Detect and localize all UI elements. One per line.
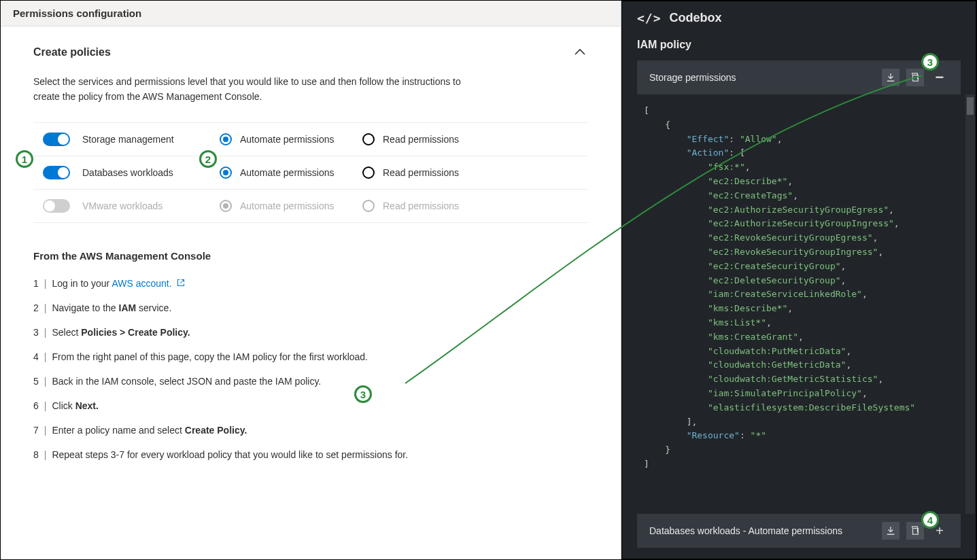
callout-badge-2: 2 [199,150,217,168]
service-toggle[interactable] [43,166,70,179]
callout-badge-3b: 3 [921,53,939,71]
service-name: Storage management [82,134,174,145]
instruction-step: 7|Enter a policy name and select Create … [33,418,588,442]
codebox-title: Codebox [670,11,722,25]
code-section-footer: Databases workloads - Automate permissio… [637,514,961,548]
service-row: Databases workloadsAutomate permissionsR… [33,156,588,189]
code-icon: </> [637,11,662,25]
section-description: Select the services and permissions leve… [33,74,468,105]
section-title: Create policies [33,46,111,58]
read-radio [362,200,375,212]
download-icon[interactable] [882,69,899,86]
collapse-icon[interactable]: − [931,69,948,86]
service-toggle[interactable] [43,199,70,213]
service-row: VMware workloadsAutomate permissionsRead… [33,189,588,223]
service-name: Databases workloads [82,167,173,178]
read-radio[interactable] [362,133,375,145]
automate-label: Automate permissions [240,200,335,211]
service-row: Storage managementAutomate permissionsRe… [33,122,588,156]
read-label: Read permissions [383,200,459,211]
scrollbar[interactable] [965,94,975,514]
permissions-panel: Permissions configuration Create policie… [1,1,621,559]
automate-radio[interactable] [220,133,232,145]
instruction-step: 6|Click Next. [33,393,588,418]
download-icon[interactable] [882,522,899,540]
instruction-step: 5|Back in the IAM console, select JSON a… [33,369,588,393]
instruction-step: 8|Repeat steps 3-7 for every workload po… [33,442,588,467]
instruction-step: 1|Log in to your AWS account. [33,271,588,296]
instruction-step: 3|Select Policies > Create Policy. [33,320,588,345]
copy-icon[interactable] [906,69,924,86]
code-section-header: Storage permissions − [637,60,961,94]
instruction-step: 2|Navigate to the IAM service. [33,296,588,320]
read-label: Read permissions [383,167,459,178]
services-table: Storage managementAutomate permissionsRe… [33,122,588,223]
instructions-heading: From the AWS Management Console [33,250,588,262]
automate-label: Automate permissions [240,167,335,178]
code-section-bottom-title: Databases workloads - Automate permissio… [649,525,842,536]
automate-radio [220,200,232,212]
callout-badge-3: 3 [354,385,372,403]
automate-radio[interactable] [220,167,232,179]
automate-label: Automate permissions [240,134,335,145]
code-block[interactable]: [ { "Effect": "Allow", "Action": [ "fsx:… [637,94,976,514]
callout-badge-1: 1 [16,150,33,168]
service-name: VMware workloads [82,200,162,211]
service-toggle[interactable] [43,133,70,146]
codebox-panel: </> Codebox IAM policy Storage permissio… [621,1,976,559]
code-section-title: Storage permissions [649,72,736,83]
chevron-up-icon[interactable] [572,44,588,60]
instruction-step: 4|From the right panel of this page, cop… [33,345,588,369]
copy-icon[interactable] [906,522,924,540]
callout-badge-4: 4 [921,511,939,529]
panel-title: Permissions configuration [1,1,621,27]
read-radio[interactable] [362,167,375,179]
read-label: Read permissions [383,134,459,145]
